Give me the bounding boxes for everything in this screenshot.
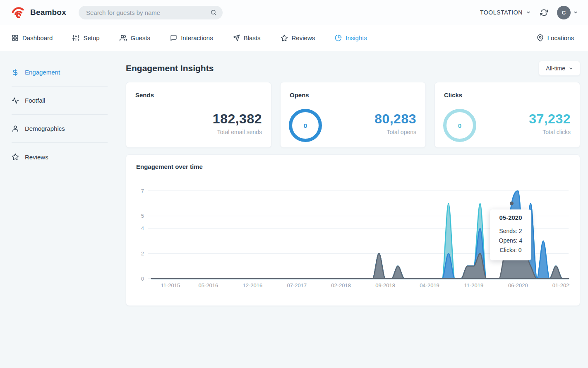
person-icon [12, 125, 19, 132]
nav-label: Dashboard [22, 34, 53, 41]
chevron-down-icon [569, 66, 573, 71]
chat-bubble-icon [170, 34, 177, 41]
tooltip-lines: Sends: 2 Opens: 4 Clicks: 0 [493, 226, 528, 255]
brand[interactable]: Beambox [10, 4, 66, 21]
paper-plane-icon [233, 34, 240, 41]
y-axis-tick: 2 [141, 250, 144, 257]
nav-label: Reviews [292, 34, 315, 41]
tooltip-title: 05-2020 [493, 214, 528, 221]
nav-label: Blasts [244, 34, 261, 41]
tooltip-line-sends: Sends: 2 [493, 226, 528, 236]
nav-item-setup[interactable]: Setup [72, 34, 99, 41]
nav-item-insights[interactable]: Insights [335, 34, 367, 41]
sidebar-label: Footfall [25, 97, 45, 104]
chevron-down-icon [573, 10, 578, 15]
tooltip-line-clicks: Clicks: 0 [493, 245, 528, 255]
x-axis-tick: 07-2017 [287, 282, 307, 289]
card-title: Clicks [444, 91, 571, 99]
star-icon [12, 153, 19, 161]
chart-tooltip: 05-2020 Sends: 2 Opens: 4 Clicks: 0 [490, 209, 531, 260]
y-axis-tick: 0 [141, 276, 144, 282]
clicks-ring: 0 [443, 109, 476, 142]
x-axis-tick: 11-2015 [161, 282, 180, 289]
sends-value: 182,382 [213, 111, 262, 127]
nav-label: Interactions [181, 34, 213, 41]
x-axis-tick: 12-2016 [243, 282, 263, 289]
sends-card: Sends 182,382 Total email sends [126, 82, 271, 148]
pie-chart-icon [335, 34, 342, 41]
nav-item-blasts[interactable]: Blasts [233, 34, 261, 41]
sidebar-item-reviews[interactable]: Reviews [12, 143, 108, 171]
map-pin-icon [537, 34, 544, 41]
y-axis-tick: 4 [141, 225, 144, 231]
brand-name: Beambox [30, 8, 66, 17]
opens-card: Opens 0 80,283 Total opens [280, 82, 426, 148]
clicks-value: 37,232 [529, 111, 571, 127]
x-axis-tick: 04-2019 [420, 282, 439, 289]
search-icon[interactable] [210, 9, 217, 16]
y-axis-tick: 5 [141, 213, 144, 219]
sidebar-label: Reviews [25, 154, 48, 161]
avatar: C [557, 6, 571, 19]
engagement-chart-card: Engagement over time 0245711-201505-2016… [126, 154, 580, 306]
main-header: Engagement Insights All-time [126, 61, 580, 76]
search-input[interactable] [86, 9, 210, 16]
user-menu[interactable]: C [557, 6, 578, 19]
nav-item-interactions[interactable]: Interactions [170, 34, 213, 41]
nav-item-guests[interactable]: Guests [120, 34, 151, 42]
sidebar-label: Demographics [25, 125, 65, 132]
x-axis-tick: 09-2018 [375, 282, 395, 289]
x-axis-tick: 01-2021 [552, 282, 570, 289]
beambox-logo-icon [10, 4, 26, 21]
app-window: Beambox TOOLSTATION C [0, 0, 588, 368]
x-axis-tick: 06-2020 [508, 282, 528, 289]
card-value-block: 37,232 Total clicks [529, 111, 571, 135]
time-filter-value: All-time [546, 65, 565, 72]
main-panel: Engagement Insights All-time Sends 182,3… [108, 51, 588, 306]
card-title: Opens [290, 91, 416, 99]
time-filter-dropdown[interactable]: All-time [539, 61, 580, 76]
nav-label: Guests [131, 34, 151, 41]
sidebar-label: Engagement [25, 69, 60, 76]
sidebar-item-engagement[interactable]: Engagement [12, 58, 108, 87]
topbar-right: TOOLSTATION C [480, 6, 578, 19]
nav-item-dashboard[interactable]: Dashboard [12, 34, 53, 41]
users-icon [120, 34, 127, 42]
stat-cards: Sends 182,382 Total email sends Opens 0 … [126, 82, 580, 148]
opens-caption: Total opens [374, 129, 416, 135]
chart-title: Engagement over time [136, 163, 570, 170]
nav-item-locations[interactable]: Locations [537, 34, 574, 41]
opens-ring: 0 [289, 109, 322, 142]
grid-icon [12, 34, 19, 41]
star-icon [281, 34, 288, 42]
x-axis-tick: 05-2016 [199, 282, 218, 289]
nav-label: Insights [346, 34, 367, 41]
clicks-caption: Total clicks [529, 129, 571, 135]
nav-label: Setup [83, 34, 99, 41]
card-title: Sends [135, 91, 262, 99]
dollar-icon [12, 69, 19, 76]
nav-label: Locations [547, 34, 574, 41]
sends-caption: Total email sends [213, 129, 262, 135]
card-value-block: 182,382 Total email sends [213, 111, 262, 135]
guest-search [79, 6, 223, 19]
content: Engagement Footfall Demographics Reviews [0, 51, 588, 306]
top-bar: Beambox TOOLSTATION C [0, 0, 588, 25]
tooltip-anchor-dot [510, 202, 514, 205]
card-value-block: 80,283 Total opens [374, 111, 416, 135]
clicks-card: Clicks 0 37,232 Total clicks [434, 82, 580, 148]
x-axis-tick: 02-2018 [331, 282, 351, 289]
refresh-icon[interactable] [540, 9, 548, 17]
sliders-icon [72, 34, 79, 41]
activity-icon [12, 97, 19, 104]
sidebar-item-footfall[interactable]: Footfall [12, 87, 108, 115]
account-switcher[interactable]: TOOLSTATION [480, 9, 531, 16]
chevron-down-icon [526, 10, 531, 15]
page-title: Engagement Insights [126, 63, 214, 73]
tooltip-line-opens: Opens: 4 [493, 236, 528, 245]
main-nav: Dashboard Setup Guests Interactions Blas… [0, 25, 588, 51]
nav-item-reviews[interactable]: Reviews [281, 34, 315, 42]
opens-value: 80,283 [374, 111, 416, 127]
y-axis-tick: 7 [141, 188, 144, 194]
sidebar-item-demographics[interactable]: Demographics [12, 115, 108, 143]
